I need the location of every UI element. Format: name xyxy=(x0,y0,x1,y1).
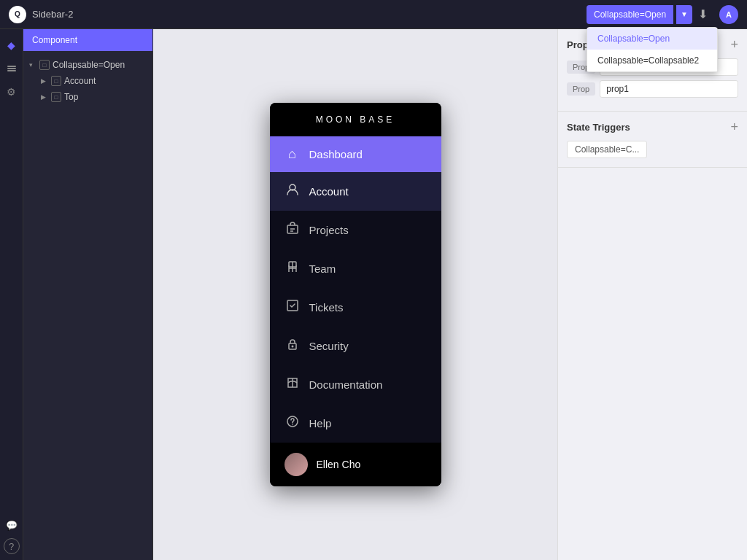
settings-icon[interactable]: ⚙ xyxy=(1,82,22,102)
prop-value-prop1[interactable] xyxy=(600,80,738,98)
preview-component: MOON BASE ⌂ Dashboard Account xyxy=(270,103,441,486)
state-triggers-header: State Triggers + xyxy=(567,120,738,133)
team-icon xyxy=(285,260,301,278)
component-label[interactable]: Component xyxy=(23,29,152,51)
preview-nav-documentation-label: Documentation xyxy=(309,378,383,391)
security-icon xyxy=(285,337,301,355)
preview-nav-account-label: Account xyxy=(309,185,349,198)
prop-row-2: Prop xyxy=(567,80,738,98)
dashboard-icon: ⌂ xyxy=(285,147,301,162)
state-dropdown[interactable]: Collapsable=Open ▼ Collapsable=Open Coll… xyxy=(587,5,692,24)
svg-rect-2 xyxy=(7,70,16,71)
preview-nav-tickets[interactable]: Tickets xyxy=(270,288,441,327)
preview-nav-help[interactable]: Help xyxy=(270,404,441,443)
topbar: Q Sidebar-2 Collapsable=Open ▼ Collapsab… xyxy=(0,0,747,29)
app-logo: Q xyxy=(9,6,26,23)
tree-icon-collapsable: □ xyxy=(39,60,50,70)
preview-nav-tickets-label: Tickets xyxy=(309,301,344,314)
help-circle-icon[interactable]: ? xyxy=(4,538,20,554)
add-state-trigger-button[interactable]: + xyxy=(730,120,738,133)
tree-arrow-collapsable: ▾ xyxy=(29,61,36,69)
left-sidebar: Component ▾ □ Collapsable=Open ▶ □ Accou… xyxy=(23,29,153,560)
state-trigger-tag[interactable]: Collapsable=C... xyxy=(567,141,647,158)
help-icon xyxy=(285,414,301,432)
preview-nav-dashboard[interactable]: ⌂ Dashboard xyxy=(270,136,441,172)
layers-icon[interactable] xyxy=(1,58,22,79)
preview-nav-security[interactable]: Security xyxy=(270,327,441,365)
icon-rail: ◆ ⚙ 💬 ? xyxy=(0,29,23,560)
preview-nav-dashboard-label: Dashboard xyxy=(309,148,363,160)
dropdown-option-2[interactable]: Collapsable=Collapsable2 xyxy=(587,50,717,71)
state-triggers-section: State Triggers + Collapsable=C... xyxy=(558,112,747,168)
projects-icon xyxy=(285,221,301,239)
account-icon xyxy=(285,182,301,201)
download-button[interactable]: ⬇ xyxy=(698,7,708,21)
documentation-icon xyxy=(285,376,301,394)
add-prop-button[interactable]: + xyxy=(730,38,738,51)
dropdown-option-1[interactable]: Collapsable=Open xyxy=(587,28,717,50)
preview-nav: ⌂ Dashboard Account xyxy=(270,136,441,443)
svg-point-14 xyxy=(291,346,293,348)
tree-icon-top: □ xyxy=(51,92,61,102)
preview-user-avatar xyxy=(285,453,308,476)
topbar-title: Sidebar-2 xyxy=(32,9,581,20)
sidebar-item-account[interactable]: ▶ □ Account xyxy=(23,73,152,89)
state-dropdown-arrow[interactable]: ▼ xyxy=(676,5,692,24)
sidebar-tree: ▾ □ Collapsable=Open ▶ □ Account ▶ □ Top xyxy=(23,51,152,111)
prop-tag-2: Prop xyxy=(567,82,595,96)
preview-nav-help-label: Help xyxy=(309,417,332,429)
svg-rect-0 xyxy=(7,66,16,67)
rail-bottom-icons: 💬 ? xyxy=(1,515,22,554)
tree-arrow-account: ▶ xyxy=(41,77,48,85)
state-triggers-title: State Triggers xyxy=(567,122,630,133)
preview-nav-team-label: Team xyxy=(309,262,336,275)
canvas-area: MOON BASE ⌂ Dashboard Account xyxy=(153,29,557,560)
tree-icon-account: □ xyxy=(51,76,61,86)
preview-header: MOON BASE xyxy=(270,103,441,136)
svg-rect-1 xyxy=(7,68,16,69)
preview-footer: Ellen Cho xyxy=(270,443,441,486)
state-dropdown-menu: Collapsable=Open Collapsable=Collapsable… xyxy=(587,27,718,72)
chat-icon[interactable]: 💬 xyxy=(1,515,22,535)
tickets-icon xyxy=(285,298,301,316)
preview-nav-documentation[interactable]: Documentation xyxy=(270,365,441,404)
props-panel: Props + Prop Prop State Triggers + Colla… xyxy=(557,29,747,560)
state-dropdown-button[interactable]: Collapsable=Open xyxy=(587,5,673,24)
preview-nav-projects[interactable]: Projects xyxy=(270,211,441,249)
svg-point-16 xyxy=(292,424,293,426)
main-layout: ◆ ⚙ 💬 ? Component ▾ □ Collapsable=Open xyxy=(0,29,747,560)
sidebar-item-top[interactable]: ▶ □ Top xyxy=(23,89,152,105)
preview-nav-projects-label: Projects xyxy=(309,224,349,236)
tree-arrow-top: ▶ xyxy=(41,93,48,101)
preview-nav-account[interactable]: Account xyxy=(270,172,441,211)
diamond-icon[interactable]: ◆ xyxy=(1,35,22,55)
sidebar-item-collapsable[interactable]: ▾ □ Collapsable=Open xyxy=(23,57,152,73)
preview-user-name: Ellen Cho xyxy=(317,459,361,470)
preview-nav-team[interactable]: Team xyxy=(270,249,441,288)
user-avatar[interactable]: A xyxy=(719,5,738,24)
preview-nav-security-label: Security xyxy=(309,340,349,352)
